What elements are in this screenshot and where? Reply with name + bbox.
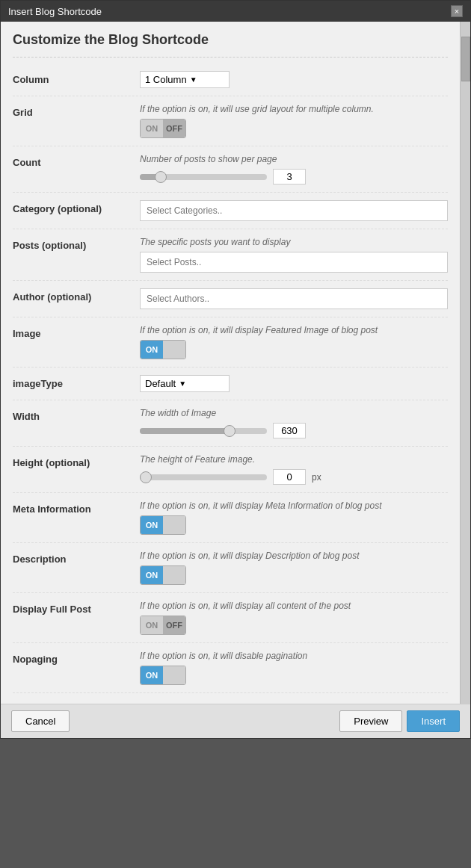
height-label: Height (optional) bbox=[13, 454, 140, 468]
height-slider-track[interactable] bbox=[140, 474, 267, 480]
meta-toggle[interactable]: ON bbox=[140, 515, 186, 535]
height-slider-row: px bbox=[140, 469, 448, 485]
grid-toggle[interactable]: ON OFF bbox=[140, 119, 186, 138]
imagetype-row: imageType Default ▼ bbox=[13, 368, 448, 400]
imagetype-label: imageType bbox=[13, 375, 140, 389]
display-full-toggle[interactable]: ON OFF bbox=[140, 616, 186, 635]
display-full-hint: If the option is on, it will display all… bbox=[140, 601, 448, 611]
count-hint: Number of posts to show per page bbox=[140, 154, 448, 164]
column-select-arrow: ▼ bbox=[190, 75, 197, 84]
height-hint: The height of Feature image. bbox=[140, 454, 448, 465]
description-toggle-off bbox=[163, 566, 185, 584]
category-label: Category (optional) bbox=[13, 200, 140, 214]
nopaging-toggle-on: ON bbox=[141, 666, 163, 684]
count-row: Count Number of posts to show per page bbox=[13, 146, 448, 193]
display-full-row: Display Full Post If the option is on, i… bbox=[13, 593, 448, 643]
author-control bbox=[140, 288, 448, 309]
category-input[interactable] bbox=[140, 200, 448, 221]
nopaging-row: Nopaging If the option is on, it will di… bbox=[13, 643, 448, 693]
author-row: Author (optional) bbox=[13, 281, 448, 317]
footer-right-buttons: Preview Insert bbox=[339, 710, 460, 732]
description-toggle-on: ON bbox=[141, 566, 163, 584]
width-slider-thumb[interactable] bbox=[224, 425, 236, 437]
width-label: Width bbox=[13, 408, 140, 422]
grid-label: Grid bbox=[13, 104, 140, 118]
width-value-input[interactable] bbox=[273, 423, 306, 438]
grid-row: Grid If the option is on, it will use gr… bbox=[13, 96, 448, 146]
preview-button[interactable]: Preview bbox=[339, 710, 402, 732]
nopaging-toggle-off bbox=[163, 666, 185, 684]
display-full-label: Display Full Post bbox=[13, 601, 140, 615]
category-control bbox=[140, 200, 448, 221]
insert-button[interactable]: Insert bbox=[407, 710, 460, 732]
description-toggle[interactable]: ON bbox=[140, 565, 186, 585]
height-control: The height of Feature image. px bbox=[140, 454, 448, 485]
count-control: Number of posts to show per page bbox=[140, 154, 448, 185]
meta-row: Meta Information If the option is on, it… bbox=[13, 493, 448, 543]
cancel-button[interactable]: Cancel bbox=[11, 710, 70, 732]
column-row: Column 1 Column ▼ bbox=[13, 63, 448, 96]
posts-control: The specific posts you want to display bbox=[140, 237, 448, 273]
nopaging-toggle[interactable]: ON bbox=[140, 666, 186, 685]
dialog-content: Customize the Blog Shortcode Column 1 Co… bbox=[1, 22, 470, 704]
count-slider-track[interactable] bbox=[140, 174, 267, 180]
width-slider-row bbox=[140, 423, 448, 438]
description-control: If the option is on, it will display Des… bbox=[140, 551, 448, 585]
dialog-titlebar: Insert Blog Shortcode × bbox=[1, 1, 470, 22]
nopaging-control: If the option is on, it will disable pag… bbox=[140, 651, 448, 685]
description-label: Description bbox=[13, 551, 140, 565]
dialog-footer: Cancel Preview Insert bbox=[1, 704, 470, 738]
description-hint: If the option is on, it will display Des… bbox=[140, 551, 448, 561]
grid-hint: If the option is on, it will use grid la… bbox=[140, 104, 448, 114]
meta-toggle-on: ON bbox=[141, 516, 163, 534]
height-row: Height (optional) The height of Feature … bbox=[13, 447, 448, 493]
image-toggle-on: ON bbox=[141, 341, 163, 359]
scrollbar-thumb[interactable] bbox=[461, 37, 470, 81]
width-slider-track[interactable] bbox=[140, 428, 267, 434]
count-slider-thumb[interactable] bbox=[155, 171, 167, 183]
posts-label: Posts (optional) bbox=[13, 237, 140, 251]
image-toggle[interactable]: ON bbox=[140, 340, 186, 359]
height-px-label: px bbox=[312, 472, 321, 483]
author-input[interactable] bbox=[140, 288, 448, 309]
column-control: 1 Column ▼ bbox=[140, 71, 448, 88]
count-slider-row bbox=[140, 169, 448, 185]
scrollbar[interactable] bbox=[460, 22, 470, 704]
image-control: If the option is on, it will display Fea… bbox=[140, 325, 448, 359]
image-toggle-off bbox=[163, 341, 185, 359]
count-value-input[interactable] bbox=[273, 169, 306, 185]
close-button[interactable]: × bbox=[451, 5, 463, 17]
height-slider-thumb[interactable] bbox=[140, 471, 152, 483]
column-select[interactable]: 1 Column ▼ bbox=[140, 71, 230, 88]
posts-input[interactable] bbox=[140, 252, 448, 273]
width-hint: The width of Image bbox=[140, 408, 448, 418]
nopaging-label: Nopaging bbox=[13, 651, 140, 665]
image-row: Image If the option is on, it will displ… bbox=[13, 317, 448, 368]
meta-label: Meta Information bbox=[13, 500, 140, 515]
display-full-control: If the option is on, it will display all… bbox=[140, 601, 448, 635]
insert-blog-shortcode-dialog: Insert Blog Shortcode × Customize the Bl… bbox=[0, 0, 471, 739]
display-full-toggle-off: OFF bbox=[163, 616, 185, 634]
imagetype-select[interactable]: Default ▼ bbox=[140, 375, 230, 392]
grid-toggle-off: OFF bbox=[163, 120, 185, 137]
posts-row: Posts (optional) The specific posts you … bbox=[13, 229, 448, 281]
width-slider-fill bbox=[140, 428, 229, 434]
posts-hint: The specific posts you want to display bbox=[140, 237, 448, 247]
meta-toggle-off bbox=[163, 516, 185, 534]
page-title: Customize the Blog Shortcode bbox=[13, 32, 448, 48]
count-label: Count bbox=[13, 154, 140, 168]
column-label: Column bbox=[13, 71, 140, 85]
grid-toggle-on: ON bbox=[141, 120, 163, 137]
category-row: Category (optional) bbox=[13, 193, 448, 229]
dialog-title: Insert Blog Shortcode bbox=[8, 6, 102, 17]
author-label: Author (optional) bbox=[13, 288, 140, 303]
main-scroll-area: Customize the Blog Shortcode Column 1 Co… bbox=[1, 22, 460, 704]
meta-hint: If the option is on, it will display Met… bbox=[140, 500, 448, 511]
grid-control: If the option is on, it will use grid la… bbox=[140, 104, 448, 138]
display-full-toggle-on: ON bbox=[141, 616, 163, 634]
nopaging-hint: If the option is on, it will disable pag… bbox=[140, 651, 448, 661]
height-value-input[interactable] bbox=[273, 469, 306, 485]
image-hint: If the option is on, it will display Fea… bbox=[140, 325, 448, 335]
description-row: Description If the option is on, it will… bbox=[13, 543, 448, 593]
image-label: Image bbox=[13, 325, 140, 339]
